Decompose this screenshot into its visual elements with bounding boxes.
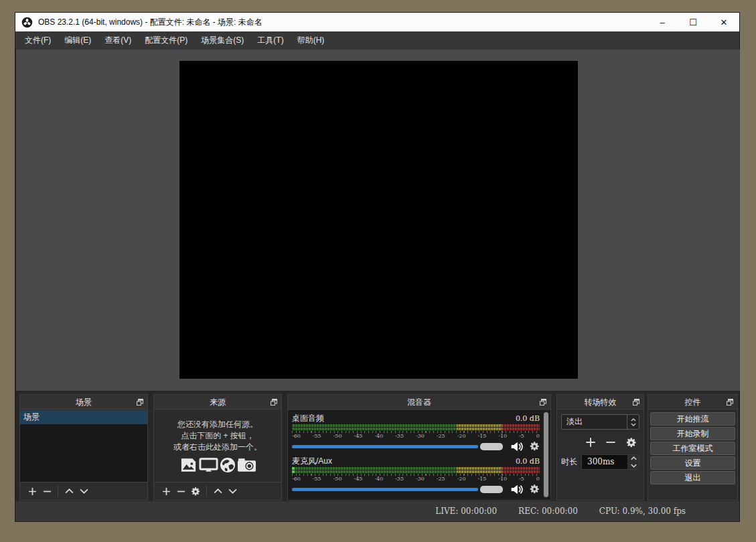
controls-panel-header: 控件 — [648, 395, 737, 410]
menu-file[interactable]: 文件(F) — [18, 31, 58, 50]
add-transition-button[interactable] — [583, 436, 598, 449]
tick-label: -10 — [498, 476, 507, 482]
mixer-scrollbar-thumb[interactable] — [544, 412, 548, 497]
exit-button[interactable]: 退出 — [650, 471, 735, 484]
mixer-panel: 混音器 桌面音频 0.0 dB — [287, 394, 551, 501]
channel-settings-button[interactable] — [529, 484, 540, 494]
remove-source-button[interactable] — [173, 485, 188, 497]
mixer-float-icon[interactable] — [539, 398, 547, 406]
controls-panel-title: 控件 — [648, 395, 737, 410]
move-down-icon — [228, 488, 237, 494]
camera-icon — [237, 457, 256, 473]
controls-float-icon[interactable] — [726, 398, 734, 406]
sources-empty-area[interactable]: 您还没有添加任何源。 点击下面的 + 按钮， 或者右击此处添加一个。 — [154, 410, 281, 482]
volume-slider[interactable] — [292, 442, 505, 451]
settings-button[interactable]: 设置 — [650, 456, 735, 470]
speaker-icon — [510, 484, 524, 495]
chevron-up-icon — [631, 456, 637, 460]
menu-edit[interactable]: 编辑(E) — [58, 31, 98, 50]
channel-name: 麦克风/Aux — [292, 456, 332, 467]
tick-label: -45 — [354, 433, 362, 439]
menu-scene-collection[interactable]: 场景集合(S) — [194, 31, 250, 50]
tick-label: -40 — [374, 476, 383, 482]
channel-settings-button[interactable] — [529, 441, 540, 452]
scenes-float-icon[interactable] — [136, 398, 144, 406]
gear-icon — [529, 484, 540, 494]
duration-spinbox[interactable]: 300ms — [581, 454, 639, 470]
tick-label: -5 — [519, 476, 524, 482]
transition-select[interactable]: 淡出 — [561, 414, 639, 430]
speaker-icon — [510, 441, 524, 452]
remove-transition-button[interactable] — [603, 436, 618, 449]
duration-decrease-button[interactable] — [628, 462, 639, 470]
preview-area[interactable] — [16, 50, 740, 391]
duration-increase-button[interactable] — [628, 455, 639, 462]
tick-label: -15 — [477, 476, 486, 482]
scene-move-down-button[interactable] — [76, 485, 91, 497]
transitions-panel-header: 转场特效 — [557, 395, 644, 410]
move-down-icon — [80, 488, 88, 494]
volume-slider[interactable] — [292, 485, 505, 494]
source-properties-button[interactable] — [188, 485, 203, 497]
sources-panel: 来源 您还没有添加任何源。 点击下面的 + 按钮， 或者右击此处添加一个。 — [153, 394, 282, 501]
tick-label: -35 — [395, 476, 404, 482]
controls-panel: 控件 开始推流 开始录制 工作室模式 设置 退出 — [648, 394, 738, 501]
mixer-channel-desktop-audio: 桌面音频 0.0 dB -60 -55 -50 -45 — [292, 413, 540, 456]
minimize-button[interactable]: – — [647, 13, 678, 31]
add-icon — [585, 437, 596, 448]
remove-scene-button[interactable] — [40, 485, 54, 497]
menu-profile[interactable]: 配置文件(P) — [138, 31, 194, 50]
mute-button[interactable] — [510, 441, 524, 452]
window-title: OBS 23.2.1 (64-bit, windows) - 配置文件: 未命名… — [38, 17, 262, 28]
meter-lit-segment — [292, 467, 295, 470]
menu-view[interactable]: 查看(V) — [98, 31, 138, 50]
meter-bar-right — [292, 470, 540, 473]
add-source-button[interactable] — [159, 485, 173, 497]
dock-area: 场景 场景 — [15, 394, 739, 501]
transitions-body: 淡出 — [557, 410, 644, 500]
add-scene-button[interactable] — [25, 485, 40, 497]
globe-icon — [220, 457, 236, 473]
source-move-up-button[interactable] — [210, 485, 225, 497]
scenes-toolbar — [20, 482, 147, 500]
transition-select-arrows — [627, 415, 639, 429]
add-icon — [28, 487, 37, 496]
remove-icon — [605, 437, 616, 448]
transition-properties-button[interactable] — [623, 436, 638, 449]
tick-label: -25 — [437, 433, 445, 439]
tick-label: -30 — [416, 476, 425, 482]
scene-move-up-button[interactable] — [62, 485, 76, 497]
menu-help[interactable]: 帮助(H) — [291, 31, 331, 50]
tick-label: -55 — [313, 433, 321, 439]
sources-empty-line-2: 点击下面的 + 按钮， — [181, 430, 254, 442]
start-recording-button[interactable]: 开始录制 — [650, 427, 735, 440]
tick-label: -5 — [519, 433, 524, 439]
tick-label: -45 — [354, 476, 362, 482]
transitions-float-icon[interactable] — [632, 398, 640, 406]
sources-panel-title: 来源 — [154, 395, 281, 410]
source-move-down-button[interactable] — [225, 485, 240, 497]
start-streaming-button[interactable]: 开始推流 — [650, 412, 735, 426]
rec-time: REC: 00:00:00 — [518, 507, 578, 516]
status-bar: LIVE: 00:00:00 REC: 00:00:00 CPU: 0.9%, … — [15, 501, 739, 521]
scene-list: 场景 — [20, 410, 147, 482]
channel-db-value: 0.0 dB — [516, 414, 540, 423]
duration-label: 时长 — [561, 456, 577, 468]
tick-label: -60 — [292, 433, 301, 439]
scene-list-item[interactable]: 场景 — [20, 410, 147, 424]
volume-slider-handle[interactable] — [480, 486, 503, 493]
close-button[interactable]: ✕ — [708, 13, 739, 31]
volume-slider-handle[interactable] — [480, 443, 503, 450]
studio-mode-button[interactable]: 工作室模式 — [650, 442, 735, 455]
menu-tools[interactable]: 工具(T) — [250, 31, 290, 50]
mixer-scrollbar[interactable] — [543, 411, 549, 499]
program-canvas[interactable] — [179, 61, 578, 379]
properties-gear-icon — [191, 486, 201, 496]
maximize-button[interactable]: ☐ — [678, 13, 708, 31]
volume-meter: -60 -55 -50 -45 -40 -35 -30 -25 -20 -15 — [292, 467, 540, 482]
sources-toolbar — [154, 482, 281, 500]
mute-button[interactable] — [510, 484, 524, 495]
sources-float-icon[interactable] — [270, 398, 278, 406]
meter-bar-left — [292, 467, 540, 470]
menu-bar: 文件(F) 编辑(E) 查看(V) 配置文件(P) 场景集合(S) 工具(T) … — [15, 31, 739, 50]
